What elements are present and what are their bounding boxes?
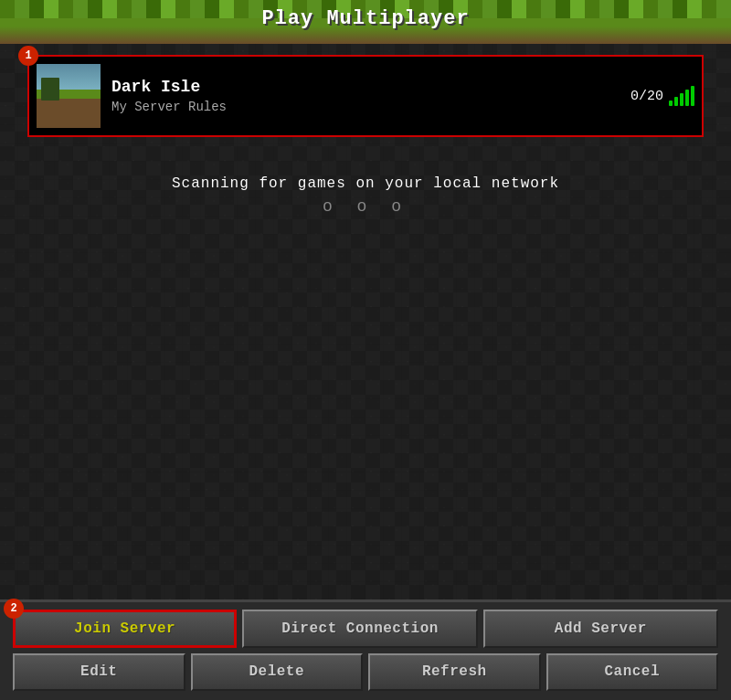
signal-bar-3 bbox=[680, 93, 683, 106]
signal-bar-2 bbox=[674, 97, 678, 106]
scanning-dots: o o o bbox=[18, 197, 713, 216]
top-grass-bar: Play Multiplayer bbox=[0, 0, 731, 44]
button-row-1: 2 Join Server Direct Connection Add Serv… bbox=[13, 610, 718, 648]
server-list: 1 Dark Isle My Server Rules 0/20 bbox=[0, 44, 731, 148]
direct-connection-button[interactable]: Direct Connection bbox=[242, 610, 477, 648]
edit-button[interactable]: Edit bbox=[13, 653, 185, 692]
signal-bar-5 bbox=[691, 86, 694, 106]
signal-bar-4 bbox=[685, 90, 689, 106]
button-row-2: Edit Delete Refresh Cancel bbox=[13, 653, 718, 692]
server-player-count: 0/20 bbox=[630, 89, 663, 104]
window-title: Play Multiplayer bbox=[0, 7, 731, 30]
add-server-button[interactable]: Add Server bbox=[483, 610, 718, 648]
server-info: Dark Isle My Server Rules bbox=[111, 78, 620, 114]
main-content-area: 1 Dark Isle My Server Rules 0/20 Scannin… bbox=[0, 44, 731, 599]
cancel-button[interactable]: Cancel bbox=[546, 653, 719, 692]
refresh-button[interactable]: Refresh bbox=[368, 653, 541, 692]
delete-button[interactable]: Delete bbox=[191, 653, 364, 692]
server-index-badge: 1 bbox=[18, 46, 38, 66]
signal-bars bbox=[669, 86, 694, 106]
join-server-button[interactable]: Join Server bbox=[13, 610, 237, 648]
scanning-text: Scanning for games on your local network bbox=[18, 175, 713, 192]
server-entry[interactable]: 1 Dark Isle My Server Rules 0/20 bbox=[27, 55, 704, 137]
scanning-area: Scanning for games on your local network… bbox=[0, 157, 731, 234]
bottom-toolbar: 2 Join Server Direct Connection Add Serv… bbox=[0, 599, 731, 700]
server-name: Dark Isle bbox=[111, 78, 620, 96]
server-thumbnail bbox=[37, 64, 101, 128]
server-motd: My Server Rules bbox=[111, 100, 620, 114]
server-status: 0/20 bbox=[630, 86, 694, 106]
join-server-badge: 2 bbox=[4, 599, 24, 619]
signal-bar-1 bbox=[669, 101, 673, 106]
